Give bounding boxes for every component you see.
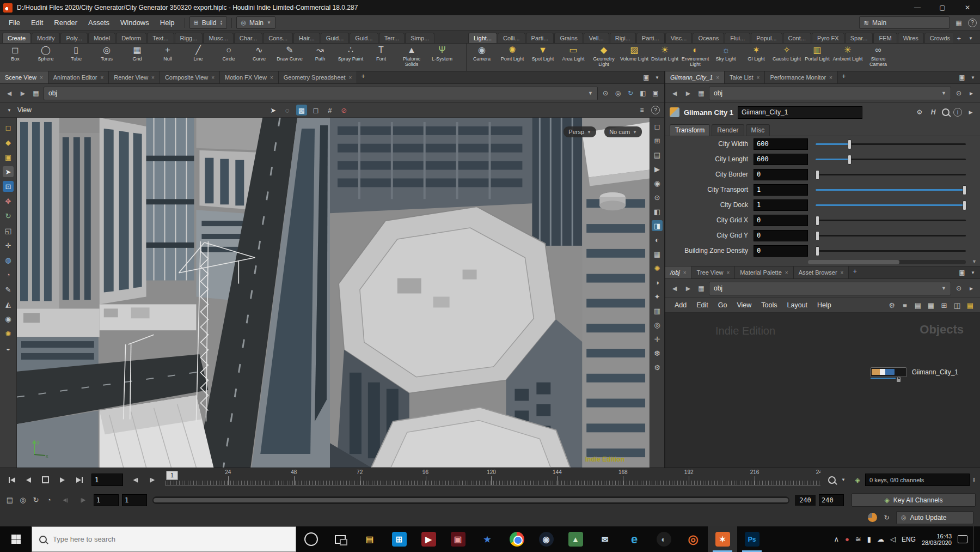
shelf-menu-icon[interactable]: ▼ — [966, 33, 976, 43]
display-tool-icon[interactable]: ◒ — [3, 343, 14, 354]
close-tab-icon[interactable]: × — [348, 75, 352, 81]
range-start-field[interactable] — [94, 494, 119, 506]
shelf-tool-spray-paint[interactable]: ∴Spray Paint — [335, 44, 366, 71]
onedrive-icon[interactable]: ☁ — [877, 535, 884, 543]
slider-handle[interactable] — [963, 201, 966, 210]
auto-update-selector[interactable]: ◎ Auto Update — [896, 511, 973, 524]
tab-rigi[interactable]: Rigi... — [610, 33, 636, 43]
tab-parti[interactable]: Parti... — [526, 33, 554, 43]
close-tab-icon[interactable]: × — [151, 75, 155, 81]
shelf-tool-torus[interactable]: ◎Torus — [91, 44, 122, 71]
param-value-field[interactable] — [754, 154, 808, 165]
shelf-tool-font[interactable]: TFont — [366, 44, 396, 71]
step-forward-button[interactable] — [147, 476, 157, 484]
jump-to-start-button[interactable] — [4, 474, 19, 486]
tab-geometry-spreadsheet[interactable]: Geometry Spreadsheet× — [279, 71, 358, 83]
chevron-right-icon[interactable]: ▶ — [966, 107, 976, 117]
previous-frame-button[interactable] — [21, 474, 36, 486]
info-icon[interactable]: i — [953, 108, 962, 117]
taskbar-app-houdini[interactable]: ✶ — [708, 526, 737, 552]
perspective-view-button[interactable]: Persp ▼ — [564, 126, 596, 137]
status-icon[interactable]: ● — [845, 535, 849, 543]
taskbar-app-orange-app[interactable]: ◎ — [678, 526, 708, 552]
handles-options-icon[interactable]: ⚙ — [652, 362, 663, 373]
tab-tree-view[interactable]: Tree View× — [692, 266, 736, 278]
tab-musc[interactable]: Musc... — [203, 33, 233, 43]
snapshot-icon[interactable]: ▤ — [652, 149, 663, 160]
close-tab-icon[interactable]: × — [757, 75, 760, 81]
sculpt-tool-icon[interactable]: ◭ — [3, 299, 14, 310]
taskbar-app-file-explorer[interactable]: ▤ — [355, 526, 384, 552]
param-slider[interactable] — [816, 215, 966, 226]
pane-maximize-icon[interactable]: ▣ — [957, 72, 967, 82]
tab-modify[interactable]: Modify — [32, 33, 60, 43]
taskbar-search[interactable] — [32, 526, 296, 552]
keyframe-icon[interactable]: ◈ — [853, 475, 862, 485]
display-objects-icon[interactable]: ◧ — [652, 206, 663, 217]
param-slider[interactable] — [816, 138, 966, 149]
shelf-tool-draw-curve[interactable]: ✎Draw Curve — [274, 44, 305, 71]
follow-playhead-icon[interactable]: ◎ — [17, 495, 28, 506]
param-slider[interactable] — [816, 169, 966, 180]
pin-icon[interactable]: ⊙ — [954, 283, 964, 293]
close-tab-icon[interactable]: × — [841, 270, 844, 276]
param-label[interactable]: City Grid X — [665, 216, 748, 224]
pose-tool-icon[interactable]: ✛ — [3, 240, 14, 251]
forward-arrow-icon[interactable]: ▶ — [683, 88, 694, 99]
viewport-3d-render[interactable] — [17, 118, 650, 468]
taskbar-app-edge[interactable]: e — [620, 526, 649, 552]
close-button[interactable]: ✕ — [955, 0, 980, 15]
loop-playback-icon[interactable]: ↻ — [30, 495, 41, 506]
chevron-down-icon[interactable]: ▼ — [838, 475, 848, 485]
tab-animation-editor[interactable]: Animation Editor× — [48, 71, 109, 83]
radial-menu-selector[interactable]: ◎ Main ▼ — [236, 16, 275, 29]
select-tool-icon[interactable]: ➤ — [3, 166, 14, 177]
tab-spar[interactable]: Spar... — [845, 33, 873, 43]
viewport-canvas[interactable]: Persp ▼ No cam ▼ Indie Edition — [17, 118, 650, 468]
light-tool-icon[interactable]: ✺ — [3, 328, 14, 339]
taskbar-app-photo-app[interactable]: ◐ — [649, 526, 678, 552]
menu-view[interactable]: View — [732, 301, 756, 309]
pane-menu-icon[interactable]: ▼ — [968, 72, 978, 82]
pane-link-icon[interactable]: ▸ — [966, 88, 976, 98]
tab-misc[interactable]: Misc — [746, 124, 770, 136]
param-label[interactable]: Building Zone Density — [665, 247, 748, 254]
menu-render[interactable]: Render — [48, 19, 83, 27]
param-label[interactable]: City Dock — [665, 201, 748, 209]
new-tab-button[interactable]: + — [849, 266, 861, 278]
viewport-help-icon[interactable]: ? — [651, 106, 660, 114]
tab-popul[interactable]: Popul... — [751, 33, 782, 43]
tab-guid[interactable]: Guid... — [321, 33, 349, 43]
param-slider[interactable] — [816, 230, 966, 241]
shelf-tool-stereo-camera[interactable]: ∞Stereo Camera — [863, 44, 893, 71]
previous-key-button[interactable] — [60, 496, 70, 505]
overview-icon[interactable]: ◫ — [952, 300, 963, 311]
shelf-tool-volume-light[interactable]: ▨Volume Light — [619, 44, 650, 71]
forward-arrow-icon[interactable]: ▶ — [17, 88, 28, 99]
close-tab-icon[interactable]: × — [829, 75, 832, 81]
shelf-tool-curve[interactable]: ∿Curve — [244, 44, 274, 71]
menu-windows[interactable]: Windows — [115, 19, 155, 27]
visible-only-select-icon[interactable]: ▩ — [296, 105, 307, 116]
camera-tool-icon[interactable]: ◉ — [3, 313, 14, 324]
desktop-selector[interactable]: ⊞ Build ▲▼ — [189, 16, 228, 29]
network-selector[interactable]: ≋ Main — [859, 16, 950, 29]
close-tab-icon[interactable]: × — [270, 75, 273, 81]
headlight-icon[interactable]: ✺ — [652, 263, 663, 274]
taskbar-clock[interactable]: 16:43 28/03/2020 — [922, 533, 952, 546]
tab-char[interactable]: Char... — [234, 33, 262, 43]
language-indicator[interactable]: ENG — [902, 536, 916, 543]
start-button[interactable] — [0, 526, 32, 552]
jump-to-end-button[interactable] — [72, 474, 87, 486]
tab-create[interactable]: Create — [2, 33, 31, 43]
timeline-zoom-icon[interactable] — [828, 476, 836, 484]
sync-icon[interactable]: ↻ — [626, 88, 635, 98]
tab-cont[interactable]: Cont... — [783, 33, 811, 43]
taskbar-app-media-player[interactable]: ▶ — [414, 526, 443, 552]
path-dropdown[interactable]: obj ▼ — [44, 87, 598, 100]
align-nodes-icon[interactable]: ≡ — [899, 300, 910, 311]
tab-grains[interactable]: Grains — [554, 33, 583, 43]
taskbar-app-microsoft-store[interactable]: ⊞ — [384, 526, 414, 552]
display-options-icon[interactable]: ≡ — [637, 105, 647, 115]
slider-handle[interactable] — [816, 216, 819, 226]
